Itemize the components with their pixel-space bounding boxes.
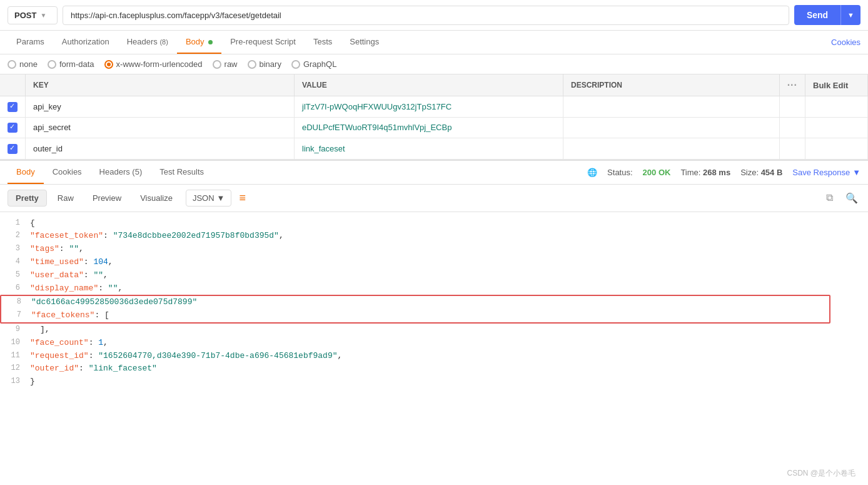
- body-type-urlencoded[interactable]: x-www-form-urlencoded: [104, 59, 203, 69]
- tab-tests[interactable]: Tests: [305, 31, 341, 54]
- tab-body[interactable]: Body: [177, 31, 221, 54]
- line-number: 6: [5, 282, 30, 295]
- json-viewer[interactable]: 1{2 "faceset_token": "734e8dcbbee2002ed7…: [0, 212, 868, 394]
- row3-opts: [779, 138, 805, 160]
- tab-settings[interactable]: Settings: [341, 31, 388, 54]
- tab-params[interactable]: Params: [8, 31, 53, 54]
- url-input[interactable]: [63, 6, 789, 25]
- line-number: 13: [5, 375, 30, 389]
- method-chevron-icon: ▼: [40, 12, 46, 19]
- top-bar: POST ▼ Send ▼: [0, 0, 868, 31]
- row1-checkbox-cell: [0, 96, 26, 118]
- method-select[interactable]: POST ▼: [8, 6, 58, 24]
- wrap-icon[interactable]: ≡: [239, 191, 246, 205]
- row3-value[interactable]: link_faceset: [295, 138, 563, 160]
- row2-desc[interactable]: [563, 117, 780, 138]
- send-button-group: Send ▼: [794, 5, 860, 25]
- th-checkbox: [0, 74, 26, 96]
- line-content: "face_tokens": [: [31, 309, 824, 322]
- bulk-edit-button[interactable]: Bulk Edit: [813, 81, 848, 90]
- body-type-graphql[interactable]: GraphQL: [291, 59, 336, 69]
- body-active-dot: [208, 40, 213, 44]
- fmt-pretty[interactable]: Pretty: [8, 190, 47, 207]
- method-label: POST: [14, 11, 36, 20]
- body-type-none[interactable]: none: [8, 59, 38, 69]
- json-line: 11 "request_id": "1652604770,d304e390-71…: [0, 350, 868, 363]
- line-number: 5: [5, 269, 30, 282]
- row1-checkbox[interactable]: [8, 102, 18, 112]
- body-type-row: none form-data x-www-form-urlencoded raw…: [0, 54, 868, 74]
- tab-pre-request[interactable]: Pre-request Script: [221, 31, 305, 54]
- table-row: outer_id link_faceset: [0, 138, 868, 160]
- response-section: Body Cookies Headers (5) Test Results 🌐 …: [0, 160, 868, 394]
- resp-tab-body[interactable]: Body: [8, 161, 44, 184]
- fmt-preview[interactable]: Preview: [84, 190, 129, 207]
- request-tabs: Params Authorization Headers (8) Body Pr…: [0, 31, 868, 54]
- copy-icon[interactable]: ⧉: [824, 190, 835, 207]
- watermark: CSDN @是个小卷毛: [787, 468, 855, 479]
- resp-tab-headers[interactable]: Headers (5): [91, 161, 151, 184]
- save-response-button[interactable]: Save Response ▼: [792, 168, 860, 177]
- resp-tab-test-results[interactable]: Test Results: [151, 161, 213, 184]
- body-type-form-data[interactable]: form-data: [48, 59, 94, 69]
- row2-key[interactable]: api_secret: [26, 117, 295, 138]
- fmt-raw[interactable]: Raw: [49, 190, 82, 207]
- row2-checkbox-cell: [0, 117, 26, 138]
- row2-checkbox[interactable]: [8, 123, 18, 133]
- send-dropdown-button[interactable]: ▼: [840, 5, 860, 25]
- params-table: KEY VALUE DESCRIPTION ··· Bulk Edit api_…: [0, 74, 868, 160]
- line-number: 10: [5, 337, 30, 350]
- json-format-select[interactable]: JSON ▼: [186, 190, 232, 207]
- line-content: }: [30, 375, 863, 389]
- status-label: Status:: [607, 168, 632, 177]
- line-content: "dc6166ac49952850036d3ede075d7899": [31, 296, 824, 309]
- radio-graphql: [291, 60, 300, 69]
- line-number: 9: [5, 324, 30, 337]
- tab-headers[interactable]: Headers (8): [118, 31, 177, 54]
- tab-authorization[interactable]: Authorization: [53, 31, 118, 54]
- line-number: 12: [5, 362, 30, 375]
- json-line: 8 "dc6166ac49952850036d3ede075d7899": [1, 296, 829, 309]
- json-line: 5 "user_data": "",: [0, 269, 868, 282]
- radio-none: [8, 60, 16, 69]
- send-button[interactable]: Send: [794, 5, 840, 25]
- response-tabs-row: Body Cookies Headers (5) Test Results 🌐 …: [0, 161, 868, 185]
- radio-binary: [248, 60, 256, 69]
- options-dots-icon: ···: [787, 79, 797, 90]
- response-status-bar: 🌐 Status: 200 OK Time: 268 ms Size: 454 …: [587, 168, 860, 177]
- line-content: {: [30, 217, 863, 230]
- json-line: 3 "tags": "",: [0, 243, 868, 256]
- row1-value[interactable]: jlTzV7I-pWQoqHFXWUUgv312jTpS17FC: [295, 96, 563, 118]
- row2-opts: [779, 117, 805, 138]
- json-format-label: JSON: [193, 193, 214, 203]
- line-number: 11: [5, 350, 30, 363]
- cookies-link[interactable]: Cookies: [831, 38, 860, 47]
- save-response-chevron-icon: ▼: [852, 168, 860, 177]
- row1-key[interactable]: api_key: [26, 96, 295, 118]
- row3-desc[interactable]: [563, 138, 780, 160]
- line-content: "user_data": "",: [30, 269, 863, 282]
- row3-checkbox[interactable]: [8, 144, 18, 154]
- body-type-raw[interactable]: raw: [213, 59, 238, 69]
- row1-opts: [779, 96, 805, 118]
- format-row: Pretty Raw Preview Visualize JSON ▼ ≡ ⧉ …: [0, 185, 868, 212]
- resp-tab-cookies[interactable]: Cookies: [44, 161, 91, 184]
- line-content: "time_used": 104,: [30, 256, 863, 269]
- json-line: 9],: [0, 324, 868, 337]
- radio-raw: [213, 60, 221, 69]
- line-content: "face_count": 1,: [30, 337, 863, 350]
- line-number: 2: [5, 230, 30, 243]
- table-row: api_key jlTzV7I-pWQoqHFXWUUgv312jTpS17FC: [0, 96, 868, 118]
- json-line: 6 "display_name": "",: [0, 282, 868, 295]
- body-type-binary[interactable]: binary: [248, 59, 281, 69]
- table-row: api_secret eDULPcfETWuoRT9I4q51mvhlVpj_E…: [0, 117, 868, 138]
- th-description: DESCRIPTION: [563, 74, 780, 96]
- row3-key[interactable]: outer_id: [26, 138, 295, 160]
- search-icon[interactable]: 🔍: [843, 190, 860, 207]
- json-line: 12 "outer_id": "link_faceset": [0, 362, 868, 375]
- row2-bulk: [805, 117, 868, 138]
- row1-desc[interactable]: [563, 96, 780, 118]
- row2-value[interactable]: eDULPcfETWuoRT9I4q51mvhlVpj_ECBp: [295, 117, 563, 138]
- size-label: Size: 454 B: [740, 168, 782, 177]
- fmt-visualize[interactable]: Visualize: [132, 190, 181, 207]
